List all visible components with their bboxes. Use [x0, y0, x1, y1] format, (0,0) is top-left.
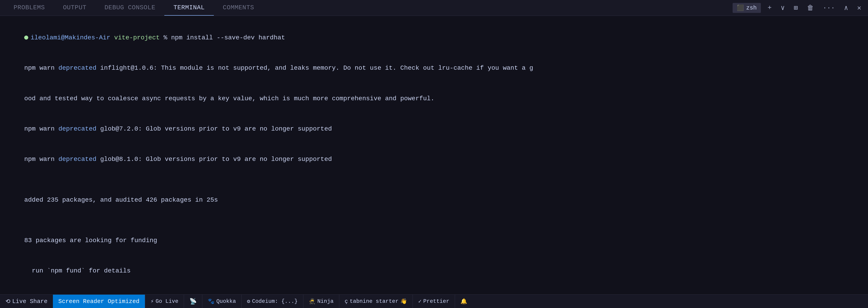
terminal-line [9, 175, 859, 185]
terminal-line: run `npm fund` for details [9, 256, 859, 286]
more-actions-button[interactable]: ··· [820, 3, 837, 13]
live-share-icon: ⟲ [5, 298, 10, 305]
new-terminal-button[interactable]: + [765, 3, 774, 13]
status-tabnine[interactable]: ç tabnine starter 👋 [339, 295, 412, 308]
split-terminal-button[interactable]: ⊞ [792, 2, 800, 13]
terminal-line: npm warn deprecated glob@7.2.0: Glob ver… [9, 114, 859, 144]
terminal-line: ileolami@Makindes-Air vite-project % npm… [9, 23, 859, 53]
tabnine-icon: ç [345, 298, 348, 304]
terminal-line: ood and tested way to coalesce async req… [9, 84, 859, 114]
tab-problems[interactable]: PROBLEMS [4, 0, 54, 16]
status-bar: ⟲ Live Share Screen Reader Optimized ⚡ G… [0, 295, 868, 308]
status-icon-group: 📡 [184, 295, 202, 308]
terminal-line: npm warn deprecated inflight@1.0.6: This… [9, 53, 859, 83]
codeium-icon: ⚙ [247, 298, 250, 305]
status-prettier[interactable]: ✓ Prettier [412, 295, 455, 308]
tabnine-emoji: 👋 [400, 298, 407, 305]
prompt-dir: vite-project [114, 34, 160, 41]
status-codeium[interactable]: ⚙ Codeium: {...} [241, 295, 303, 308]
tab-terminal[interactable]: TERMINAL [164, 0, 214, 16]
ninja-icon: 🥷 [309, 298, 315, 305]
bell-icon: 🔔 [460, 298, 467, 305]
status-ninja[interactable]: 🥷 Ninja [303, 295, 339, 308]
status-screen-reader[interactable]: Screen Reader Optimized [53, 295, 145, 308]
terminal-dot-green [24, 35, 28, 39]
terminal-line: npm warn deprecated glob@8.1.0: Glob ver… [9, 144, 859, 175]
terminal-line: added 235 packages, and audited 426 pack… [9, 185, 859, 215]
go-live-icon: ⚡ [151, 298, 154, 305]
status-live-share[interactable]: ⟲ Live Share [0, 295, 53, 308]
prettier-checkmark-icon: ✓ [418, 298, 421, 305]
chevron-down-icon[interactable]: ∨ [778, 2, 787, 13]
quokka-icon: 🐾 [208, 298, 215, 305]
broadcast-icon: 📡 [189, 298, 197, 305]
terminal-line [9, 286, 859, 295]
terminal-shell-label: ⬛ zsh [733, 3, 761, 13]
tab-comments[interactable]: COMMENTS [214, 0, 263, 16]
terminal-line [9, 215, 859, 225]
status-quokka[interactable]: 🐾 Quokka [202, 295, 241, 308]
close-panel-button[interactable]: ✕ [855, 2, 864, 13]
chevron-up-icon[interactable]: ∧ [842, 2, 850, 13]
terminal-area[interactable]: ileolami@Makindes-Air vite-project % npm… [0, 16, 868, 295]
tab-bar: PROBLEMS OUTPUT DEBUG CONSOLE TERMINAL C… [0, 0, 868, 16]
tab-bar-actions: ⬛ zsh + ∨ ⊞ 🗑 ··· ∧ ✕ [733, 2, 864, 13]
delete-terminal-button[interactable]: 🗑 [805, 2, 816, 13]
status-go-live[interactable]: ⚡ Go Live [145, 295, 184, 308]
status-bell[interactable]: 🔔 [455, 295, 473, 308]
prompt-user: ileolami@Makindes-Air [31, 34, 110, 41]
tab-debug-console[interactable]: DEBUG CONSOLE [95, 0, 164, 16]
terminal-icon: ⬛ [737, 4, 744, 11]
terminal-line: 83 packages are looking for funding [9, 225, 859, 256]
tab-output[interactable]: OUTPUT [54, 0, 95, 16]
